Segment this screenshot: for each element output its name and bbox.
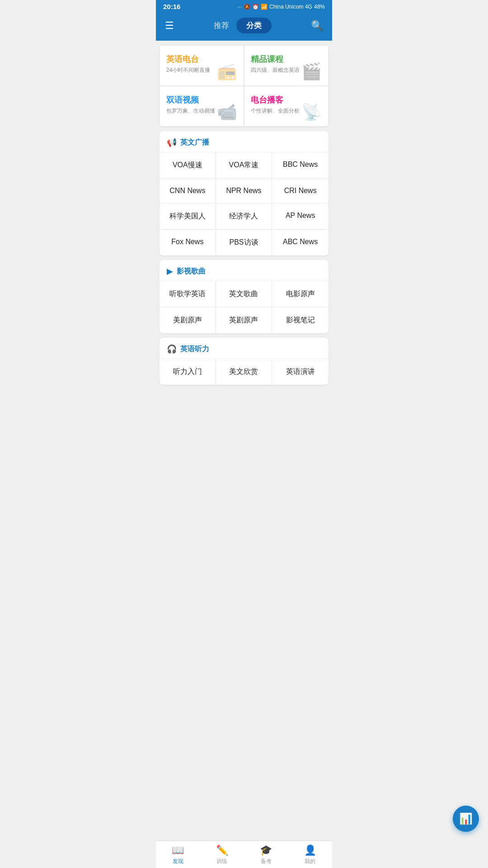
main-content: 英语电台 24小时不间断直播 📻 精品课程 四六级、新概念英语 🎬 双语视频 包… — [156, 41, 332, 425]
train-label: 训练 — [216, 858, 227, 865]
mute-icon: 🔕 — [244, 4, 250, 10]
item-movie-original[interactable]: 电影原声 — [272, 281, 328, 307]
nav-train[interactable]: ✏️ 训练 — [200, 841, 244, 868]
category-card-video[interactable]: 双语视频 包罗万象、生动易懂 📹 — [160, 86, 244, 127]
broadcast-items-grid: VOA慢速 VOA常速 BBC News CNN News NPR News C… — [160, 152, 328, 255]
tab-category[interactable]: 分类 — [236, 18, 272, 33]
category-card-radio[interactable]: 英语电台 24小时不间断直播 📻 — [160, 45, 244, 86]
search-icon[interactable]: 🔍 — [311, 20, 323, 32]
movies-items-grid: 听歌学英语 英文歌曲 电影原声 美剧原声 英剧原声 影视笔记 — [160, 281, 328, 333]
mine-icon: 👤 — [304, 844, 316, 856]
item-cri-news[interactable]: CRI News — [272, 179, 328, 203]
broadcast-section-title: 英文广播 — [180, 138, 209, 147]
status-bar: 20:16 ··· 🔕 ⏰ 📶 China Unicom 4G 48% — [156, 0, 332, 13]
header-tabs: 推荐 分类 — [214, 18, 272, 33]
item-voa-slow[interactable]: VOA慢速 — [160, 152, 216, 179]
nav-discover[interactable]: 📖 发现 — [156, 841, 200, 868]
wifi-icon: 📶 — [261, 4, 267, 10]
listening-items-grid: 听力入门 美文欣赏 英语演讲 — [160, 359, 328, 385]
item-pbs[interactable]: PBS访谈 — [216, 230, 272, 255]
section-english-broadcast: 📢 英文广播 VOA慢速 VOA常速 BBC News CNN News NPR… — [160, 131, 328, 255]
item-us-drama[interactable]: 美剧原声 — [160, 307, 216, 333]
item-ap-news[interactable]: AP News — [272, 203, 328, 230]
radio-icon: 📻 — [217, 62, 237, 81]
video-icon: 📹 — [217, 103, 237, 122]
item-scientific-american[interactable]: 科学美国人 — [160, 203, 216, 230]
section-movies-songs: ▶ 影视歌曲 听歌学英语 英文歌曲 电影原声 美剧原声 英剧原声 影视笔记 — [160, 260, 328, 333]
exam-label: 备考 — [261, 858, 272, 865]
item-listening-beginner[interactable]: 听力入门 — [160, 359, 216, 385]
listening-section-icon: 🎧 — [167, 344, 177, 354]
category-card-podcast[interactable]: 电台播客 个性讲解、全面分析 📡 — [244, 86, 328, 127]
train-icon: ✏️ — [216, 844, 228, 856]
item-movie-notes[interactable]: 影视笔记 — [272, 307, 328, 333]
item-speech[interactable]: 英语演讲 — [272, 359, 328, 385]
item-bbc-news[interactable]: BBC News — [272, 152, 328, 179]
exam-icon: 🎓 — [260, 844, 272, 856]
item-abc-news[interactable]: ABC News — [272, 230, 328, 255]
section-listening: 🎧 英语听力 听力入门 美文欣赏 英语演讲 — [160, 338, 328, 385]
item-economist[interactable]: 经济学人 — [216, 203, 272, 230]
mine-label: 我的 — [305, 858, 315, 865]
course-icon: 🎬 — [301, 62, 322, 81]
item-cnn-news[interactable]: CNN News — [160, 179, 216, 203]
movies-section-title: 影视歌曲 — [177, 267, 206, 276]
section-header-broadcast: 📢 英文广播 — [160, 131, 328, 152]
category-grid: 英语电台 24小时不间断直播 📻 精品课程 四六级、新概念英语 🎬 双语视频 包… — [160, 45, 328, 127]
battery-label: 48% — [314, 4, 325, 10]
category-card-course[interactable]: 精品课程 四六级、新概念英语 🎬 — [244, 45, 328, 86]
item-voa-normal[interactable]: VOA常速 — [216, 152, 272, 179]
menu-icon[interactable]: ☰ — [165, 20, 174, 32]
discover-icon: 📖 — [172, 844, 184, 856]
movies-section-icon: ▶ — [167, 266, 173, 276]
status-time: 20:16 — [163, 3, 180, 10]
bottom-nav: 📖 发现 ✏️ 训练 🎓 备考 👤 我的 — [156, 840, 332, 868]
broadcast-section-icon: 📢 — [167, 137, 177, 147]
status-info: ··· 🔕 ⏰ 📶 China Unicom 4G 48% — [237, 4, 325, 10]
carrier-label: China Unicom 4G — [269, 4, 312, 10]
item-learn-songs[interactable]: 听歌学英语 — [160, 281, 216, 307]
section-header-listening: 🎧 英语听力 — [160, 338, 328, 359]
nav-mine[interactable]: 👤 我的 — [288, 841, 333, 868]
header: ☰ 推荐 分类 🔍 — [156, 13, 332, 41]
tab-recommended[interactable]: 推荐 — [214, 18, 229, 33]
alarm-icon: ⏰ — [252, 4, 259, 10]
listening-section-title: 英语听力 — [180, 344, 209, 354]
item-prose[interactable]: 美文欣赏 — [216, 359, 272, 385]
item-fox-news[interactable]: Fox News — [160, 230, 216, 255]
discover-label: 发现 — [173, 858, 183, 865]
nav-exam[interactable]: 🎓 备考 — [244, 841, 288, 868]
podcast-icon: 📡 — [301, 103, 322, 122]
item-english-songs[interactable]: 英文歌曲 — [216, 281, 272, 307]
section-header-movies: ▶ 影视歌曲 — [160, 260, 328, 281]
item-npr-news[interactable]: NPR News — [216, 179, 272, 203]
signal-dots: ··· — [237, 4, 242, 10]
item-uk-drama[interactable]: 英剧原声 — [216, 307, 272, 333]
